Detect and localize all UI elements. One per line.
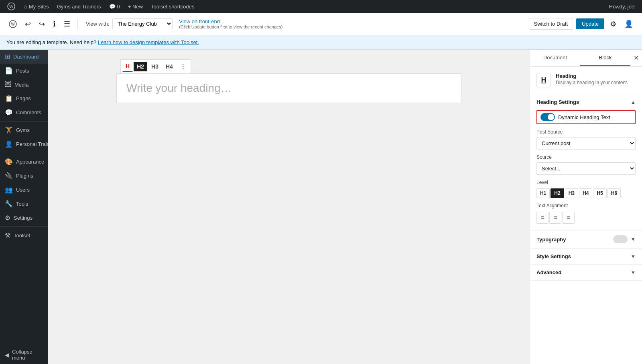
heading-settings-header[interactable]: Heading Settings ▲ <box>530 94 642 110</box>
settings-icon: ⚙ <box>5 214 10 222</box>
sidebar-item-tools[interactable]: 🔧 Tools <box>0 197 48 211</box>
tab-document[interactable]: Document <box>530 50 580 66</box>
view-on-frontend-link[interactable]: View on front-end <box>179 18 220 24</box>
align-buttons: ≡ ≡ ≡ <box>536 212 636 224</box>
post-source-select[interactable]: Current post <box>536 137 636 150</box>
align-right-button[interactable]: ≡ <box>562 212 574 224</box>
source-select[interactable]: Select... <box>536 162 636 175</box>
style-settings-header[interactable]: Style Settings ▼ <box>530 249 642 264</box>
collapse-menu[interactable]: ◀ Collapse menu <box>0 346 48 364</box>
panel-block-header: H Heading Display a heading in your cont… <box>530 67 642 94</box>
posts-icon: 📄 <box>5 67 13 75</box>
heading-type-button[interactable]: H <box>122 61 133 72</box>
sidebar-item-personal-trainers[interactable]: 👤 Personal Trainers <box>0 137 48 151</box>
more-options-button[interactable]: ⋮ <box>177 62 189 71</box>
learn-link[interactable]: Learn how to design templates with Tools… <box>98 39 199 45</box>
admin-bar: W ⌂ My Sites Gyms and Trainers 💬 0 + New… <box>0 0 642 13</box>
my-sites-link[interactable]: ⌂ My Sites <box>21 0 52 13</box>
wp-sidebar: ⊞ Dashboard 📄 Posts 🖼 Media 📋 Pages 💬 Co… <box>0 50 48 364</box>
sidebar-item-posts[interactable]: 📄 Posts <box>0 64 48 78</box>
level-buttons: H1 H2 H3 H4 H5 H6 <box>536 188 636 198</box>
toolset-shortcodes-link[interactable]: Toolset shortcodes <box>148 0 197 13</box>
heading-block[interactable]: Write your heading… <box>116 73 461 103</box>
source-label: Source <box>536 154 636 160</box>
style-settings-chevron: ▼ <box>631 254 636 259</box>
wp-logo[interactable]: W <box>3 0 19 13</box>
level-h1-button[interactable]: H1 <box>536 188 550 198</box>
typography-header[interactable]: Typography ▼ <box>530 231 642 248</box>
new-button[interactable]: + New <box>125 0 146 13</box>
block-desc: Display a heading in your content. <box>556 80 628 85</box>
dynamic-heading-toggle-row: Dynamic Heading Text <box>536 110 636 124</box>
user-icon-button[interactable]: 👤 <box>622 17 636 31</box>
dynamic-heading-label: Dynamic Heading Text <box>558 114 610 120</box>
heading-block-container: H H2 H3 H4 ⋮ Write your heading… <box>116 59 461 103</box>
comments-icon: 💬 <box>5 109 13 116</box>
sidebar-separator-2 <box>0 153 48 153</box>
info-banner: You are editing a template. Need help? L… <box>0 35 642 50</box>
block-info: Heading Display a heading in your conten… <box>556 73 628 85</box>
sidebar-item-appearance[interactable]: 🎨 Appearance <box>0 155 48 169</box>
typography-section: Typography ▼ <box>530 231 642 249</box>
comments-link[interactable]: 💬 0 <box>106 0 123 13</box>
heading-block-icon: H <box>536 73 551 87</box>
block-toolbar: H H2 H3 H4 ⋮ <box>120 59 191 73</box>
gyms-and-trainers-link[interactable]: Gyms and Trainers <box>54 0 104 13</box>
editor-toolbar: W ↩ ↪ ℹ ☰ View with: The Energy Club Vie… <box>0 13 642 35</box>
h2-button[interactable]: H2 <box>134 62 147 71</box>
style-settings-section: Style Settings ▼ <box>530 249 642 265</box>
panel-content: H Heading Display a heading in your cont… <box>530 67 642 364</box>
sidebar-item-settings[interactable]: ⚙ Settings <box>0 211 48 225</box>
toolbar-right: Switch to Draft Update ⚙ 👤 <box>529 17 636 31</box>
media-icon: 🖼 <box>5 81 11 88</box>
sidebar-item-plugins[interactable]: 🔌 Plugins <box>0 169 48 183</box>
level-h4-button[interactable]: H4 <box>579 188 592 198</box>
settings-icon-button[interactable]: ⚙ <box>607 17 619 31</box>
sidebar-item-pages[interactable]: 📋 Pages <box>0 91 48 105</box>
view-with-label: View with: <box>86 21 109 27</box>
dynamic-heading-toggle[interactable] <box>540 113 555 121</box>
level-h6-button[interactable]: H6 <box>607 188 621 198</box>
info-button[interactable]: ℹ <box>51 17 58 31</box>
tab-block[interactable]: Block <box>580 50 630 66</box>
view-with-select[interactable]: The Energy Club <box>112 18 173 29</box>
h4-button[interactable]: H4 <box>163 62 176 71</box>
undo-button[interactable]: ↩ <box>22 17 33 31</box>
panel-close-button[interactable]: ✕ <box>630 50 642 66</box>
sidebar-item-toolset[interactable]: ⚒ Toolset <box>0 229 48 243</box>
advanced-section: Advanced ▼ <box>530 265 642 281</box>
update-button[interactable]: Update <box>576 18 604 29</box>
sidebar-separator-3 <box>0 226 48 227</box>
advanced-header[interactable]: Advanced ▼ <box>530 265 642 280</box>
panel-tabs: Document Block ✕ <box>530 50 642 67</box>
svg-text:W: W <box>11 22 15 26</box>
sidebar-item-comments[interactable]: 💬 Comments <box>0 105 48 119</box>
sidebar-item-gyms[interactable]: 🏋 Gyms <box>0 123 48 137</box>
switch-to-draft-button[interactable]: Switch to Draft <box>529 18 573 30</box>
level-h5-button[interactable]: H5 <box>593 188 606 198</box>
howdy-text: Howdy, joel <box>606 4 639 10</box>
appearance-icon: 🎨 <box>5 158 13 166</box>
level-h3-button[interactable]: H3 <box>565 188 578 198</box>
pages-icon: 📋 <box>5 95 13 102</box>
sidebar-item-users[interactable]: 👥 Users <box>0 183 48 197</box>
advanced-chevron: ▼ <box>631 270 636 275</box>
plugins-icon: 🔌 <box>5 172 13 180</box>
redo-button[interactable]: ↪ <box>37 17 47 31</box>
sidebar-item-media[interactable]: 🖼 Media <box>0 78 48 91</box>
text-alignment-label: Text Alignment <box>536 203 636 208</box>
right-panel: Document Block ✕ H Heading Display a hea… <box>530 50 642 364</box>
h3-button[interactable]: H3 <box>148 62 162 71</box>
editor-area: H H2 H3 H4 ⋮ Write your heading… <box>48 50 530 364</box>
align-left-button[interactable]: ≡ <box>536 212 549 224</box>
wp-block-icon[interactable]: W <box>6 18 19 30</box>
svg-text:W: W <box>9 4 14 9</box>
heading-placeholder: Write your heading… <box>126 82 451 95</box>
menu-button[interactable]: ☰ <box>61 17 73 31</box>
align-center-button[interactable]: ≡ <box>549 212 561 224</box>
typography-toggle[interactable] <box>613 235 628 243</box>
typography-chevron: ▼ <box>631 237 636 242</box>
tools-icon: 🔧 <box>5 200 13 208</box>
level-h2-button[interactable]: H2 <box>551 188 564 198</box>
sidebar-item-dashboard[interactable]: ⊞ Dashboard <box>0 50 48 64</box>
